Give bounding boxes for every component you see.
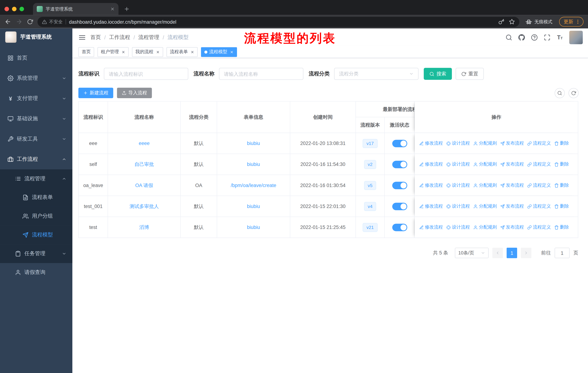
fullscreen-icon[interactable] xyxy=(544,34,550,40)
sidebar-item-home[interactable]: 首页 xyxy=(0,48,72,68)
back-button[interactable] xyxy=(5,18,11,25)
import-process-button[interactable]: 导入流程 xyxy=(117,88,152,98)
next-page-button[interactable] xyxy=(521,248,532,258)
action-delete-link[interactable]: 删除 xyxy=(554,182,569,189)
new-tab-button[interactable] xyxy=(124,6,130,12)
forward-button[interactable] xyxy=(16,18,22,25)
process-name-link[interactable]: OA 请假 xyxy=(135,182,153,189)
action-design-link[interactable]: 设计流程 xyxy=(446,203,470,210)
action-definition-link[interactable]: 流程定义 xyxy=(527,182,551,189)
action-modify-link[interactable]: 修改流程 xyxy=(419,140,443,146)
prev-page-button[interactable] xyxy=(492,248,503,258)
search-button[interactable]: 搜索 xyxy=(424,68,452,80)
action-publish-link[interactable]: 发布流程 xyxy=(500,161,524,168)
breadcrumb-item-process-mgmt[interactable]: 流程管理 xyxy=(138,34,159,40)
reload-button[interactable] xyxy=(27,19,33,25)
form-link[interactable]: /bpm/oa/leave/create xyxy=(231,182,276,188)
action-design-link[interactable]: 设计流程 xyxy=(446,140,470,146)
action-assign-link[interactable]: 分配规则 xyxy=(473,182,497,189)
action-delete-link[interactable]: 删除 xyxy=(554,161,569,168)
tab-home[interactable]: 首页 xyxy=(78,47,94,57)
process-key-input[interactable] xyxy=(104,68,188,80)
process-name-link[interactable]: 自己审批 xyxy=(135,161,154,168)
status-toggle[interactable] xyxy=(392,202,407,210)
refresh-table-button[interactable] xyxy=(568,88,579,98)
sidebar-item-task-mgmt[interactable]: 任务管理 xyxy=(0,244,72,263)
help-icon[interactable] xyxy=(531,34,538,40)
action-delete-link[interactable]: 删除 xyxy=(554,140,569,146)
action-design-link[interactable]: 设计流程 xyxy=(446,161,470,168)
action-publish-link[interactable]: 发布流程 xyxy=(500,140,524,146)
action-design-link[interactable]: 设计流程 xyxy=(446,224,470,230)
action-definition-link[interactable]: 流程定义 xyxy=(527,140,551,146)
form-link[interactable]: biubiu xyxy=(247,224,260,230)
window-zoom-button[interactable] xyxy=(20,7,24,11)
action-modify-link[interactable]: 修改流程 xyxy=(419,224,443,230)
action-modify-link[interactable]: 修改流程 xyxy=(419,182,443,189)
sidebar-item-user-group[interactable]: 用户分组 xyxy=(0,207,72,226)
process-name-input[interactable] xyxy=(219,68,304,80)
sidebar-item-process-form[interactable]: 流程表单 xyxy=(0,188,72,207)
sidebar-item-leave-query[interactable]: 请假查询 xyxy=(0,263,72,282)
create-process-button[interactable]: 新建流程 xyxy=(78,88,113,98)
action-publish-link[interactable]: 发布流程 xyxy=(500,224,524,230)
action-definition-link[interactable]: 流程定义 xyxy=(527,203,551,210)
tab-close-icon[interactable] xyxy=(110,7,115,11)
action-delete-link[interactable]: 删除 xyxy=(554,203,569,210)
form-link[interactable]: biubiu xyxy=(247,203,260,209)
tab-process-form[interactable]: 流程表单 xyxy=(166,47,198,57)
address-bar[interactable]: 不安全 dashboard.yudao.iocoder.cn/bpm/manag… xyxy=(38,17,519,27)
action-definition-link[interactable]: 流程定义 xyxy=(527,224,551,230)
browser-tab[interactable]: 芋道管理系统 xyxy=(33,3,118,15)
goto-page-input[interactable] xyxy=(555,248,570,258)
browser-update-button[interactable]: 更新 xyxy=(559,17,584,27)
form-link[interactable]: biubiu xyxy=(247,161,260,167)
action-assign-link[interactable]: 分配规则 xyxy=(473,203,497,210)
sidebar-item-process-mgmt[interactable]: 流程管理 xyxy=(0,169,72,188)
action-assign-link[interactable]: 分配规则 xyxy=(473,140,497,146)
form-link[interactable]: biubiu xyxy=(247,141,260,146)
sidebar-item-dev-tools[interactable]: 研发工具 xyxy=(0,129,72,149)
action-definition-link[interactable]: 流程定义 xyxy=(527,161,551,168)
page-size-select[interactable]: 10条/页 xyxy=(455,248,489,258)
user-avatar[interactable] xyxy=(569,30,583,44)
action-assign-link[interactable]: 分配规则 xyxy=(473,161,497,168)
process-name-link[interactable]: 测试多审批人 xyxy=(130,203,159,210)
tab-close-icon[interactable] xyxy=(122,50,126,54)
tab-close-icon[interactable] xyxy=(190,50,194,54)
process-name-link[interactable]: eeee xyxy=(139,141,150,146)
status-toggle[interactable] xyxy=(392,223,407,231)
toggle-search-button[interactable] xyxy=(555,88,565,98)
action-delete-link[interactable]: 删除 xyxy=(554,224,569,230)
font-size-icon[interactable]: TT xyxy=(556,34,563,40)
tab-my-process[interactable]: 我的流程 xyxy=(132,47,163,57)
tab-tenant-mgmt[interactable]: 租户管理 xyxy=(97,47,129,57)
process-name-link[interactable]: 滔博 xyxy=(139,224,149,231)
bookmark-star-icon[interactable] xyxy=(509,19,515,25)
search-icon[interactable] xyxy=(505,34,512,40)
sidebar-item-workflow[interactable]: 工作流程 xyxy=(0,149,72,169)
tab-close-icon[interactable] xyxy=(230,50,234,54)
action-modify-link[interactable]: 修改流程 xyxy=(419,203,443,210)
sidebar-item-payment-mgmt[interactable]: ¥支付管理 xyxy=(0,89,72,109)
status-toggle[interactable] xyxy=(392,181,407,189)
page-1-button[interactable]: 1 xyxy=(507,248,517,258)
action-publish-link[interactable]: 发布流程 xyxy=(500,203,524,210)
reset-button[interactable]: 重置 xyxy=(456,68,484,80)
sidebar-item-process-model[interactable]: 流程模型 xyxy=(0,226,72,244)
window-minimize-button[interactable] xyxy=(12,7,17,11)
security-indicator[interactable]: 不安全 xyxy=(42,19,63,25)
action-publish-link[interactable]: 发布流程 xyxy=(500,182,524,189)
action-design-link[interactable]: 设计流程 xyxy=(446,182,470,189)
status-toggle[interactable] xyxy=(392,140,407,147)
breadcrumb-item-workflow[interactable]: 工作流程 xyxy=(109,34,130,40)
tab-close-icon[interactable] xyxy=(156,50,160,54)
sidebar-item-infrastructure[interactable]: 基础设施 xyxy=(0,109,72,129)
browser-menu-icon[interactable] xyxy=(575,19,580,24)
action-modify-link[interactable]: 修改流程 xyxy=(419,161,443,168)
sidebar-collapse-button[interactable] xyxy=(72,33,90,41)
action-assign-link[interactable]: 分配规则 xyxy=(473,224,497,230)
status-toggle[interactable] xyxy=(392,161,407,168)
process-category-select[interactable]: 流程分类 xyxy=(334,68,419,80)
password-key-icon[interactable] xyxy=(498,19,504,25)
